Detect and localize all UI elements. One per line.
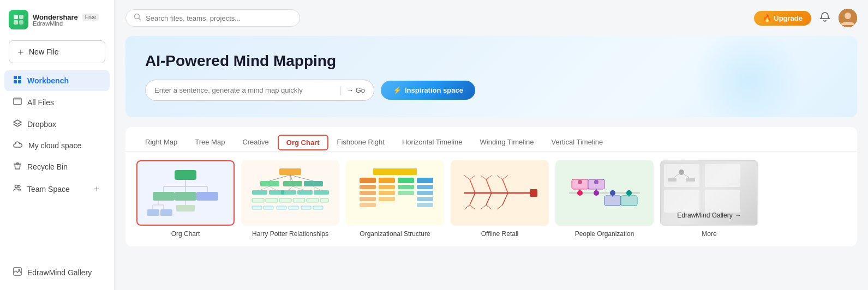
sidebar-item-my-cloud[interactable]: My cloud space <box>4 136 110 155</box>
hero-ai-input[interactable] <box>154 86 335 94</box>
template-section: Right Map Tree Map Creative Org Chart Fi… <box>125 127 857 246</box>
sidebar-item-workbench[interactable]: Workbench <box>4 70 110 91</box>
svg-rect-37 <box>304 181 323 186</box>
svg-rect-66 <box>360 185 376 189</box>
cloud-icon <box>13 141 23 150</box>
svg-rect-116 <box>664 164 699 187</box>
dropbox-icon <box>13 119 22 130</box>
offline-retail-thumbnail <box>451 160 549 226</box>
all-files-icon <box>13 97 22 108</box>
svg-point-12 <box>19 269 20 271</box>
sidebar: Wondershare Free EdrawMind ＋ New File Wo… <box>0 0 115 290</box>
top-bar: 🔥 Upgrade <box>125 9 857 27</box>
svg-line-86 <box>470 176 475 179</box>
svg-rect-80 <box>417 197 433 201</box>
divider: | <box>339 84 342 96</box>
main-content: 🔥 Upgrade AI-Powered Mind Mapping <box>115 0 868 290</box>
tab-creative[interactable]: Creative <box>234 134 277 152</box>
potter-card-label: Harry Potter Relationships <box>241 230 339 238</box>
svg-rect-83 <box>530 189 537 197</box>
svg-line-47 <box>270 186 277 190</box>
svg-rect-45 <box>314 190 329 195</box>
lightning-icon: ⚡ <box>393 86 402 94</box>
hero-banner: AI-Powered Mind Mapping | → Go ⚡ Inspira… <box>125 36 857 117</box>
svg-rect-60 <box>289 206 298 209</box>
svg-rect-29 <box>147 209 159 216</box>
sidebar-item-recycle[interactable]: Recycle Bin <box>4 156 110 177</box>
sidebar-item-gallery[interactable]: EdrawMind Gallery <box>4 262 110 283</box>
sidebar-item-all-files[interactable]: All Files <box>4 92 110 113</box>
potter-thumbnail <box>241 160 339 226</box>
go-label: → Go <box>346 86 365 94</box>
svg-rect-77 <box>417 178 433 183</box>
svg-rect-44 <box>297 190 313 195</box>
search-input[interactable] <box>146 14 292 22</box>
svg-line-94 <box>464 205 470 209</box>
svg-rect-67 <box>360 191 376 195</box>
svg-point-10 <box>18 185 20 188</box>
template-card-harry-potter[interactable]: Harry Potter Relationships <box>241 160 339 238</box>
template-card-org-chart[interactable]: Org Chart <box>136 160 235 238</box>
svg-rect-123 <box>668 178 677 182</box>
tab-tree-map[interactable]: Tree Map <box>186 134 234 152</box>
svg-line-46 <box>260 186 270 190</box>
notification-icon[interactable] <box>819 11 831 26</box>
sidebar-item-teamspace[interactable]: Team Space ＋ <box>4 178 110 200</box>
template-card-org-structure[interactable]: Organizational Structure <box>346 160 444 238</box>
go-button[interactable]: → Go <box>346 86 365 94</box>
svg-line-85 <box>464 176 470 179</box>
gallery-card-text: EdrawMind Gallery → <box>661 212 757 219</box>
svg-rect-75 <box>398 185 414 189</box>
svg-line-100 <box>497 205 502 209</box>
inspiration-button[interactable]: ⚡ Inspiration space <box>381 81 475 100</box>
svg-rect-1 <box>19 15 23 19</box>
tab-right-map[interactable]: Right Map <box>136 134 186 152</box>
svg-line-93 <box>470 193 475 205</box>
svg-point-15 <box>845 13 851 19</box>
svg-point-9 <box>15 185 18 188</box>
template-card-gallery[interactable]: EdrawMind Gallery → More <box>660 160 758 238</box>
svg-line-91 <box>497 176 502 179</box>
svg-rect-73 <box>379 197 395 201</box>
svg-rect-109 <box>621 196 637 206</box>
svg-line-98 <box>486 205 492 209</box>
sidebar-mycloud-label: My cloud space <box>28 141 81 150</box>
svg-rect-108 <box>604 196 621 206</box>
tab-horizontal-timeline[interactable]: Horizontal Timeline <box>393 134 471 152</box>
svg-rect-35 <box>260 181 279 186</box>
svg-line-84 <box>470 179 475 193</box>
new-file-button[interactable]: ＋ New File <box>9 40 105 63</box>
svg-line-49 <box>292 186 305 190</box>
tab-winding-timeline[interactable]: Winding Timeline <box>471 134 543 152</box>
svg-rect-57 <box>252 206 262 209</box>
template-card-people-org[interactable]: People Organization <box>555 160 654 238</box>
svg-line-40 <box>290 175 313 181</box>
svg-rect-32 <box>176 205 195 212</box>
recycle-icon <box>13 161 22 172</box>
new-file-label: New File <box>29 47 58 56</box>
svg-rect-62 <box>313 206 323 209</box>
upgrade-label: Upgrade <box>774 14 803 22</box>
svg-rect-79 <box>417 191 433 195</box>
gallery-thumbnail: EdrawMind Gallery → <box>660 160 758 226</box>
svg-rect-7 <box>18 80 21 83</box>
sidebar-item-dropbox[interactable]: Dropbox <box>4 114 110 135</box>
add-teamspace-icon[interactable]: ＋ <box>92 183 101 195</box>
svg-line-39 <box>290 175 292 181</box>
svg-rect-30 <box>160 209 172 216</box>
avatar[interactable] <box>839 9 857 27</box>
svg-rect-72 <box>379 191 395 195</box>
tab-org-chart[interactable]: Org Chart <box>278 135 328 150</box>
template-cards: Org Chart <box>125 152 857 238</box>
svg-rect-65 <box>360 178 376 183</box>
people-org-card-label: People Organization <box>555 230 654 238</box>
hero-input-wrap[interactable]: | → Go <box>145 80 374 101</box>
upgrade-button[interactable]: 🔥 Upgrade <box>754 11 811 26</box>
search-box[interactable] <box>125 9 300 27</box>
svg-rect-36 <box>283 181 302 186</box>
tab-vertical-timeline[interactable]: Vertical Timeline <box>543 134 612 152</box>
tab-fishbone[interactable]: Fishbone Right <box>328 134 393 152</box>
template-card-offline-retail[interactable]: Offline Retail <box>451 160 549 238</box>
app-logo: Wondershare Free EdrawMind <box>0 7 114 38</box>
svg-rect-118 <box>664 190 699 213</box>
